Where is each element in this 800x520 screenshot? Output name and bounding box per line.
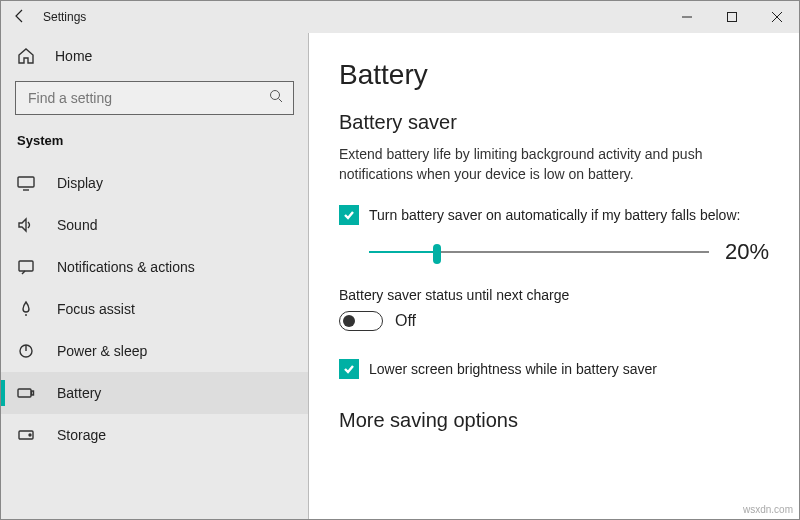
sidebar-item-label: Battery <box>57 385 101 401</box>
svg-rect-0 <box>727 13 736 22</box>
watermark: wsxdn.com <box>743 504 793 515</box>
lower-brightness-label: Lower screen brightness while in battery… <box>369 361 657 377</box>
sound-icon <box>17 216 35 234</box>
svg-rect-5 <box>18 389 31 397</box>
sidebar-item-display[interactable]: Display <box>1 162 308 204</box>
storage-icon <box>17 426 35 444</box>
search-input[interactable] <box>26 89 269 107</box>
sidebar-item-label: Power & sleep <box>57 343 147 359</box>
focus-assist-icon <box>17 300 35 318</box>
svg-rect-3 <box>19 261 33 271</box>
battery-icon <box>17 384 35 402</box>
sidebar-nav: Display Sound Notifications & actions <box>1 162 308 456</box>
settings-window: Settings Home <box>0 0 800 520</box>
battery-saver-description: Extend battery life by limiting backgrou… <box>339 144 769 185</box>
home-icon <box>17 47 35 65</box>
back-button[interactable] <box>13 9 27 26</box>
svg-rect-2 <box>18 177 34 187</box>
display-icon <box>17 174 35 192</box>
search-box[interactable] <box>15 81 294 115</box>
auto-on-checkbox[interactable] <box>339 205 359 225</box>
search-icon <box>269 89 283 107</box>
svg-point-8 <box>29 434 31 436</box>
sidebar-item-label: Sound <box>57 217 97 233</box>
section-battery-saver: Battery saver <box>339 111 769 134</box>
lower-brightness-checkbox[interactable] <box>339 359 359 379</box>
window-title: Settings <box>43 10 86 24</box>
sidebar-item-power-sleep[interactable]: Power & sleep <box>1 330 308 372</box>
svg-rect-6 <box>32 391 34 395</box>
sidebar-item-label: Focus assist <box>57 301 135 317</box>
notifications-icon <box>17 258 35 276</box>
section-more-options: More saving options <box>339 409 769 432</box>
sidebar: Home System Display <box>1 33 309 519</box>
status-label: Battery saver status until next charge <box>339 287 769 303</box>
sidebar-item-label: Notifications & actions <box>57 259 195 275</box>
maximize-button[interactable] <box>709 1 754 33</box>
close-button[interactable] <box>754 1 799 33</box>
svg-point-1 <box>271 91 280 100</box>
sidebar-item-label: Display <box>57 175 103 191</box>
sidebar-home-label: Home <box>55 48 92 64</box>
sidebar-item-storage[interactable]: Storage <box>1 414 308 456</box>
status-toggle[interactable] <box>339 311 383 331</box>
sidebar-item-focus-assist[interactable]: Focus assist <box>1 288 308 330</box>
sidebar-item-label: Storage <box>57 427 106 443</box>
sidebar-item-sound[interactable]: Sound <box>1 204 308 246</box>
auto-on-label: Turn battery saver on automatically if m… <box>369 207 740 223</box>
content-pane: Battery Battery saver Extend battery lif… <box>309 33 799 519</box>
threshold-value: 20% <box>725 239 769 265</box>
sidebar-category: System <box>1 129 308 162</box>
sidebar-home[interactable]: Home <box>1 41 308 71</box>
sidebar-item-battery[interactable]: Battery <box>1 372 308 414</box>
minimize-button[interactable] <box>664 1 709 33</box>
power-icon <box>17 342 35 360</box>
page-title: Battery <box>339 59 769 91</box>
status-value: Off <box>395 312 416 330</box>
sidebar-item-notifications[interactable]: Notifications & actions <box>1 246 308 288</box>
threshold-slider[interactable] <box>369 242 709 262</box>
titlebar: Settings <box>1 1 799 33</box>
